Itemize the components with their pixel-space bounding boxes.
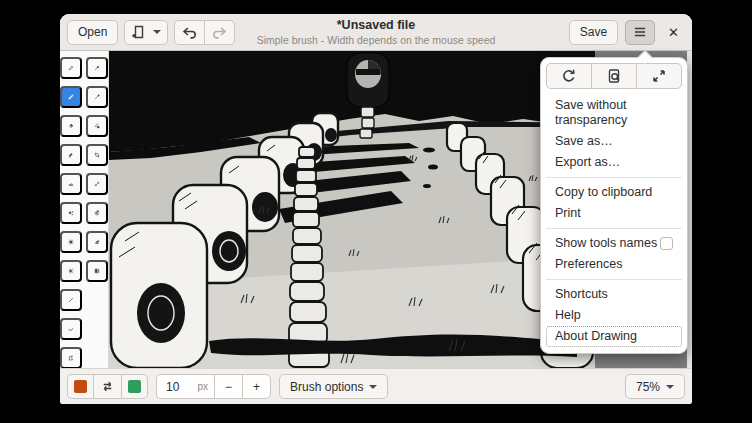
menu-item-export-as[interactable]: Export as… [546,152,682,173]
tool-width-value: 10 [166,380,179,394]
menu-separator [546,279,682,280]
tool-text[interactable]: ab [60,173,82,195]
dropdown-caret-icon [369,385,377,389]
tool-paint[interactable] [86,115,108,137]
menu-item-save-without-transparency[interactable]: Save without transparency [546,95,682,131]
main-color-button[interactable] [67,374,93,399]
dropdown-caret-icon [153,30,161,34]
open-button[interactable]: Open [67,20,118,45]
brush-options-label: Brush options [290,380,363,394]
tool-curve[interactable] [60,318,82,340]
desktop-background: Open [0,0,752,423]
reload-icon [561,68,577,84]
brush-options-button[interactable]: Brush options [279,374,388,399]
tool-color-picker[interactable] [86,57,108,79]
tool-highlighter[interactable] [60,144,82,166]
menu-item-print[interactable]: Print [546,203,682,224]
width-increase-button[interactable]: + [242,374,271,399]
tool-rotate[interactable] [86,202,108,224]
bottom-options-bar: 10 px − + Brush options 75% [60,368,692,404]
zoom-level-value: 75% [636,380,660,394]
headerbar: Open [60,14,692,51]
drawing-canvas-image[interactable] [109,51,595,368]
menu-separator [546,177,682,178]
new-image-icon [131,24,147,40]
drawing-app-window: Open [60,14,692,404]
menu-item-label: Show tools names [555,236,657,251]
image-preview-icon [606,68,622,84]
new-image-dropdown-button[interactable] [124,20,168,45]
secondary-color-button[interactable] [121,374,148,399]
tool-pencil[interactable] [60,57,82,79]
image-preview-button[interactable] [591,63,636,89]
tool-color-selection[interactable] [86,86,108,108]
menu-item-show-tools-names[interactable]: Show tools names [546,233,682,254]
tool-points[interactable] [60,202,82,224]
tool-polygon[interactable] [60,347,82,369]
secondary-color-swatch [128,380,141,393]
dropdown-caret-icon [666,385,674,389]
menu-separator [546,228,682,229]
window-title: *Unsaved file [257,18,496,34]
close-button[interactable]: ✕ [662,20,685,45]
redo-icon [211,24,228,40]
reload-button[interactable] [546,63,591,89]
window-title-box: *Unsaved file Simple brush - Width depen… [257,18,496,47]
menu-item-help[interactable]: Help [546,305,682,326]
tool-width-unit: px [197,381,208,392]
tool-free-selection[interactable] [60,260,82,282]
fullscreen-icon [651,68,667,84]
tool-filters[interactable] [86,260,108,282]
svg-text:ab: ab [69,183,74,187]
menu-item-copy-to-clipboard[interactable]: Copy to clipboard [546,182,682,203]
window-subtitle: Simple brush - Width depends on the mous… [257,34,496,47]
tool-crop[interactable] [86,144,108,166]
tool-line[interactable] [60,289,82,311]
show-tools-names-checkbox[interactable] [660,237,673,250]
tool-skew[interactable] [86,231,108,253]
swap-colors-icon [100,379,115,394]
menu-item-about-drawing[interactable]: About Drawing [546,326,682,347]
zoom-level-button[interactable]: 75% [625,374,685,399]
undo-icon [181,24,198,40]
main-menu-popover: Save without transparency Save as… Expor… [540,57,688,354]
swap-colors-button[interactable] [93,374,121,399]
menu-button[interactable] [625,20,655,45]
menu-item-shortcuts[interactable]: Shortcuts [546,284,682,305]
main-color-swatch [74,380,87,393]
tool-eraser[interactable] [60,115,82,137]
hamburger-icon [632,24,648,40]
manga-drawing [109,51,595,368]
fullscreen-button[interactable] [636,63,682,89]
tools-sidebar: ab [60,51,109,368]
save-button[interactable]: Save [569,20,618,45]
tool-rectangle-selection[interactable] [60,231,82,253]
menu-item-save-as[interactable]: Save as… [546,131,682,152]
menu-item-preferences[interactable]: Preferences [546,254,682,275]
main-menu: Save without transparency Save as… Expor… [546,94,682,348]
tool-width-input[interactable]: 10 px [156,374,214,399]
width-decrease-button[interactable]: − [214,374,242,399]
undo-button[interactable] [174,20,204,45]
tool-scale[interactable] [86,173,108,195]
redo-button[interactable] [204,20,235,45]
tool-brush[interactable] [60,86,82,108]
